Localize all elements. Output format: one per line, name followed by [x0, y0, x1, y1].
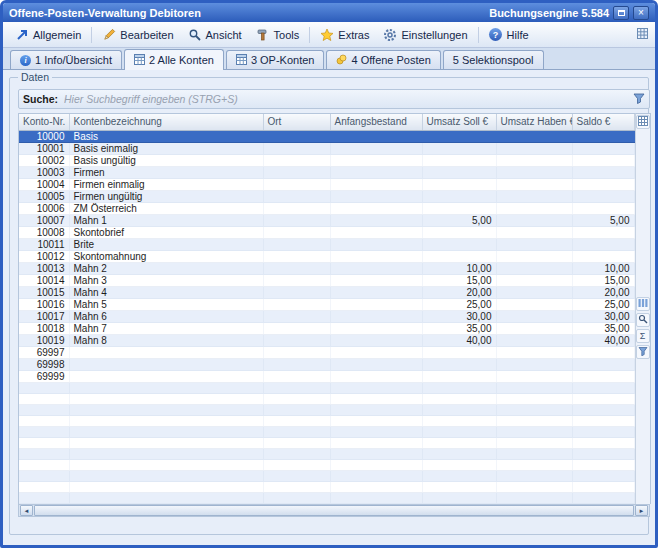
table-row[interactable]: 10016 Mahn 5 25,00 25,00 [19, 298, 634, 310]
scrollbar-thumb[interactable] [34, 505, 634, 516]
cell-konto-nr: 10011 [19, 238, 69, 250]
cell-kontenbezeichnung [69, 404, 263, 415]
menu-allgemein[interactable]: Allgemein [8, 25, 88, 45]
table-row[interactable]: 69999 [19, 370, 634, 382]
table-row[interactable] [19, 437, 634, 448]
table-row[interactable] [19, 393, 634, 404]
table-row[interactable] [19, 492, 634, 503]
menu-label: Extras [338, 29, 369, 41]
content-area: Daten Suche: [3, 70, 655, 545]
table-row[interactable] [19, 426, 634, 437]
grid-filter-button[interactable] [636, 345, 650, 359]
hammer-icon [256, 28, 270, 42]
cell-konto-nr: 69997 [19, 346, 69, 358]
menu-einstellungen[interactable]: Einstellungen [376, 25, 474, 45]
columns-button[interactable] [636, 297, 650, 311]
tab-offene-posten[interactable]: 4 Offene Posten [326, 50, 440, 69]
scroll-left-button[interactable]: ◄ [20, 505, 33, 516]
cell-umsatz-haben [496, 142, 572, 154]
cell-konto-nr [19, 437, 69, 448]
table-row[interactable]: 10011 Brite [19, 238, 634, 250]
table-row[interactable] [19, 470, 634, 481]
cell-umsatz-haben [496, 214, 572, 226]
tab-info-uebersicht[interactable]: i 1 Info/Übersicht [10, 50, 122, 69]
scroll-right-button[interactable]: ► [635, 505, 648, 516]
table-row[interactable]: 10006 ZM Österreich [19, 202, 634, 214]
cell-konto-nr [19, 415, 69, 426]
table-row[interactable]: 10014 Mahn 3 15,00 15,00 [19, 274, 634, 286]
toolbar-options-button[interactable] [634, 27, 650, 43]
cell-saldo [572, 154, 634, 166]
table-row[interactable]: 10001 Basis einmalig [19, 142, 634, 154]
cell-kontenbezeichnung: Mahn 4 [69, 286, 263, 298]
horizontal-scrollbar[interactable]: ◄ ► [18, 504, 650, 517]
cell-anfangsbestand [330, 358, 422, 370]
table-row[interactable]: 69998 [19, 358, 634, 370]
table-row[interactable]: 10003 Firmen [19, 166, 634, 178]
column-chooser-button[interactable] [636, 115, 650, 129]
table-row[interactable] [19, 459, 634, 470]
column-header-ort[interactable]: Ort [263, 114, 330, 130]
cell-ort [263, 437, 330, 448]
table-row[interactable]: 10019 Mahn 8 40,00 40,00 [19, 334, 634, 346]
table-row[interactable] [19, 382, 634, 393]
column-header-saldo[interactable]: Saldo € [572, 114, 634, 130]
column-header-umsatz-soll[interactable]: Umsatz Soll € [422, 114, 496, 130]
close-button[interactable]: × [633, 6, 649, 20]
menu-ansicht[interactable]: Ansicht [181, 25, 249, 45]
menu-bearbeiten[interactable]: Bearbeiten [95, 25, 180, 45]
column-header-konto-nr[interactable]: Konto-Nr. [19, 114, 69, 130]
table-row[interactable] [19, 404, 634, 415]
menu-tools[interactable]: Tools [249, 25, 307, 45]
restore-button[interactable] [613, 6, 629, 20]
column-header-kontenbezeichnung[interactable]: Kontenbezeichnung [69, 114, 263, 130]
menu-extras[interactable]: Extras [313, 25, 376, 45]
tab-selektionspool[interactable]: 5 Selektionspool [443, 50, 544, 69]
cell-konto-nr: 69999 [19, 370, 69, 382]
table-row[interactable]: 10004 Firmen einmalig [19, 178, 634, 190]
table-row[interactable]: 10002 Basis ungültig [19, 154, 634, 166]
cell-umsatz-soll [422, 448, 496, 459]
table-row[interactable]: 10012 Skontomahnung [19, 250, 634, 262]
table-row[interactable]: 10017 Mahn 6 30,00 30,00 [19, 310, 634, 322]
table-row[interactable]: 10005 Firmen ungültig [19, 190, 634, 202]
cell-umsatz-haben [496, 250, 572, 262]
cell-ort [263, 310, 330, 322]
table-row[interactable]: 69997 [19, 346, 634, 358]
table-row[interactable]: 10000 Basis [19, 130, 634, 142]
cell-konto-nr: 10015 [19, 286, 69, 298]
table-row[interactable] [19, 481, 634, 492]
tab-op-konten[interactable]: 3 OP-Konten [226, 50, 325, 69]
menu-hilfe[interactable]: ? Hilfe [482, 25, 536, 45]
cell-umsatz-soll [422, 382, 496, 393]
cell-kontenbezeichnung [69, 481, 263, 492]
cell-kontenbezeichnung: Mahn 7 [69, 322, 263, 334]
tab-alle-konten[interactable]: 2 Alle Konten [124, 49, 224, 70]
table-row[interactable]: 10013 Mahn 2 10,00 10,00 [19, 262, 634, 274]
cell-saldo [572, 358, 634, 370]
sum-button[interactable]: Σ [636, 329, 650, 343]
grid-search-button[interactable] [636, 313, 650, 327]
cell-umsatz-haben [496, 448, 572, 459]
cell-anfangsbestand [330, 166, 422, 178]
table-row[interactable]: 10015 Mahn 4 20,00 20,00 [19, 286, 634, 298]
search-filter-button[interactable] [631, 91, 647, 107]
groupbox-label: Daten [18, 71, 52, 83]
table-row[interactable] [19, 415, 634, 426]
funnel-icon [638, 346, 648, 358]
cell-umsatz-soll [422, 250, 496, 262]
column-header-anfangsbestand[interactable]: Anfangsbestand [330, 114, 422, 130]
column-header-umsatz-haben[interactable]: Umsatz Haben € [496, 114, 572, 130]
table-row[interactable] [19, 448, 634, 459]
table-row[interactable]: 10007 Mahn 1 5,00 5,00 [19, 214, 634, 226]
toolbar-separator [478, 27, 479, 43]
table-row[interactable]: 10008 Skontobrief [19, 226, 634, 238]
cell-saldo [572, 437, 634, 448]
cell-saldo [572, 404, 634, 415]
search-input[interactable] [64, 93, 631, 105]
cell-umsatz-haben [496, 154, 572, 166]
table-row[interactable]: 10018 Mahn 7 35,00 35,00 [19, 322, 634, 334]
cell-kontenbezeichnung: Skontomahnung [69, 250, 263, 262]
cell-umsatz-haben [496, 166, 572, 178]
cell-saldo: 10,00 [572, 262, 634, 274]
